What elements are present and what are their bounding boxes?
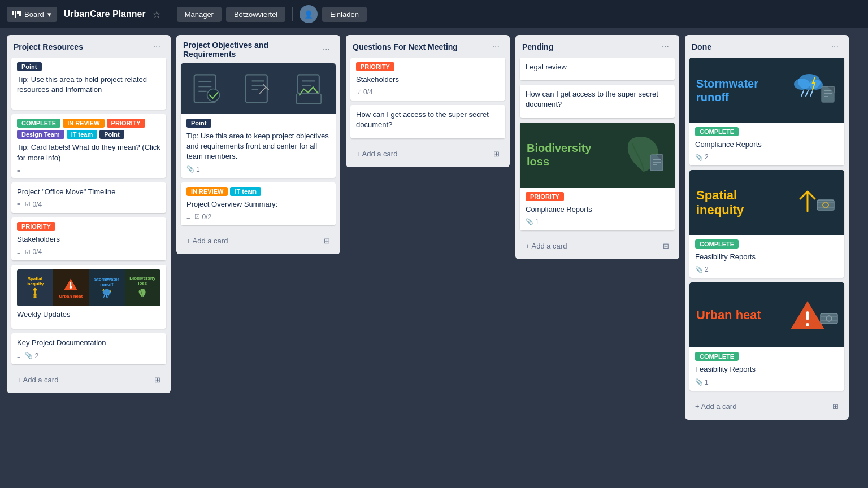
svg-point-20 [794,79,810,90]
checklist-count: 0/4 [363,88,373,96]
add-card-button[interactable]: + Add a card ⊞ [520,237,675,255]
checklist-item: ☑ 0/2 [194,213,211,221]
weekly-updates-title: Weekly Updates [17,310,160,320]
urban-heat-text: Urban heat [696,308,761,323]
card-title: Feasibility Reports [695,364,839,374]
card-legal-review[interactable]: Legal review [520,58,675,80]
check-icon: ☑ [25,249,31,256]
column-header: Pending ··· [515,35,679,58]
card-labels: PRIORITY [356,62,500,71]
urban-heat-icons [788,290,839,341]
card-key-docs[interactable]: Key Project Documentation ≡ 📎 2 [11,333,166,364]
clips-count: 1 [196,165,200,173]
board-icon [12,11,21,18]
card-labels: Point [186,119,330,128]
clips-item: 📎 2 [25,352,38,360]
card-title: Compliance Reports [526,204,669,215]
card-weekly-updates[interactable]: Spatialinequity Urban heat [11,265,166,329]
card-objectives-tip[interactable]: Point Tip: Use this area to keep project… [181,63,336,178]
column-header: Done ··· [685,35,849,58]
checklist-item: ☑ 0/4 [356,88,373,96]
card-footer: ≡ ☑ 0/4 [17,248,160,256]
label-complete: COMPLETE [17,119,60,128]
card-labels: Point [17,62,160,71]
check-icon: ☑ [194,213,200,220]
top-navigation: Board ▾ UrbanCare Planner ☆ Manager Bötz… [0,0,868,28]
clips-item: 📎 2 [695,153,709,161]
urban-heat-segment: Urban heat [53,269,89,306]
clips-count: 2 [705,153,709,161]
card-title: Key Project Documentation [17,338,160,348]
card-super-secret[interactable]: How can I get access to the super secret… [350,105,505,138]
column-body: Stormwaterrunoff [685,58,849,395]
add-card-button[interactable]: + Add a card ⊞ [11,371,166,389]
card-banner [181,63,336,114]
invite-button[interactable]: Einladen [322,7,367,22]
lines-icon: ≡ [17,167,20,173]
column-pending: Pending ··· Legal review How can I get a… [515,35,679,259]
card-stakeholders-q[interactable]: PRIORITY Stakeholders ☑ 0/4 [350,58,505,101]
card-labels: COMPLETE [695,127,839,136]
label-it-team: IT team [67,130,98,139]
column-project-resources: Project Resources ··· Point Tip: Use thi… [7,35,171,393]
clip-icon: 📎 [526,218,533,225]
card-title: Stakeholders [17,234,160,245]
chevron-down-icon: ▾ [47,10,51,19]
column-menu-button[interactable]: ··· [150,41,164,53]
clip-icon: 📎 [695,378,703,386]
avatar-button[interactable]: 👤 [300,5,318,23]
column-menu-button[interactable]: ··· [828,41,842,53]
column-menu-button[interactable]: ··· [658,41,672,53]
star-button[interactable]: ☆ [150,7,163,22]
nav-divider-2 [292,7,293,21]
biodiversity-image: Biodiversityloss [520,123,675,188]
add-card-icon: ⊞ [493,150,500,158]
column-header: Project Resources ··· [7,35,171,58]
lines-icon: ≡ [186,213,190,220]
card-title: Project "Office Move" Timeline [17,187,160,197]
clip-icon: 📎 [695,266,703,273]
card-access-doc[interactable]: How can I get access to the super secret… [520,85,675,117]
svg-rect-14 [296,94,321,103]
card-stakeholders-pr[interactable]: PRIORITY Stakeholders ≡ ☑ 0/4 [11,217,166,260]
card-urban-heat[interactable]: Urban heat COMPLETE [689,282,844,390]
card-title: Stakeholders [356,75,500,85]
card-footer: ≡ ☑ 0/2 [186,213,330,221]
card-office-move[interactable]: Project "Office Move" Timeline ≡ ☑ 0/4 [11,182,166,213]
workspace-button[interactable]: Bötzowviertel [226,7,285,22]
column-menu-button[interactable]: ··· [489,41,503,53]
column-done: Done ··· Stormwaterrunoff [685,35,849,420]
clips-item: 📎 1 [526,218,539,226]
clips-count: 2 [34,352,38,360]
board-button[interactable]: Board ▾ [7,7,57,22]
leaf-icon [621,132,666,177]
add-card-icon: ⊞ [832,402,839,411]
svg-point-34 [806,323,809,326]
card-title: Project Overview Summary: [186,199,330,210]
card-point-tip[interactable]: Point Tip: Use this area to hold project… [11,58,166,110]
add-card-button[interactable]: + Add a card ⊞ [181,232,336,250]
check-icon: ☑ [356,89,362,96]
card-labels-tip[interactable]: COMPLETE IN REVIEW PRIORITY Design Team … [11,114,166,177]
card-footer: ☑ 0/4 [356,88,500,96]
weekly-updates-image: Spatialinequity Urban heat [17,269,160,306]
add-card-button[interactable]: + Add a card ⊞ [350,145,505,163]
clips-count: 2 [705,265,709,273]
column-header: Project Objectives and Requirements ··· [176,35,340,63]
card-stormwater[interactable]: Stormwaterrunoff [689,58,844,165]
checklist-item: ☑ 0/4 [25,248,42,256]
card-footer: ≡ 📎 2 [17,352,160,360]
card-footer: ≡ [17,167,160,173]
add-card-button[interactable]: + Add a card ⊞ [689,398,844,415]
stormwater-segment: Stormwaterrunoff [89,269,125,306]
manager-button[interactable]: Manager [177,7,222,22]
card-footer: 📎 1 [695,378,839,386]
card-overview-summary[interactable]: IN REVIEW IT team Project Overview Summa… [181,182,336,225]
spatial-segment: Spatialinequity [17,269,53,306]
card-spatial[interactable]: Spatialinequity COMPLETE [689,170,844,278]
column-menu-button[interactable]: ··· [319,43,333,56]
card-biodiversity[interactable]: Biodiversityloss [520,123,675,230]
checklist-count: 0/4 [32,201,42,208]
card-labels: COMPLETE [695,352,839,361]
label-complete: COMPLETE [695,352,739,361]
